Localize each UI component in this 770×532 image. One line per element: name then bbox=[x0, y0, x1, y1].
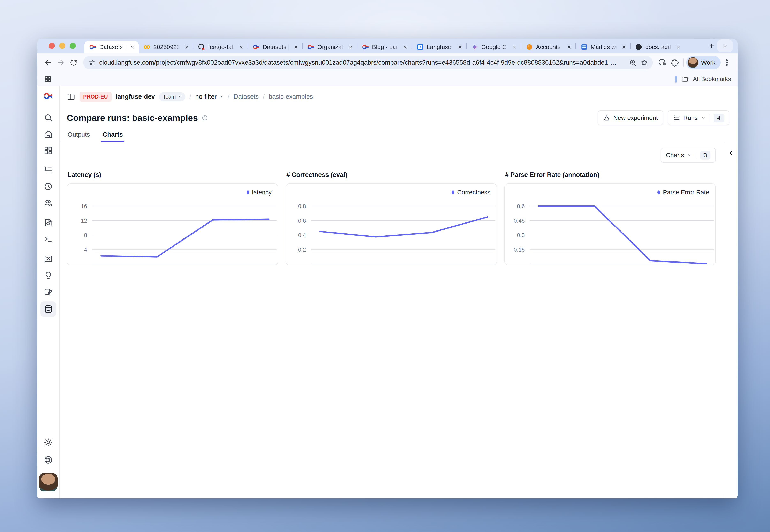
flask-icon bbox=[603, 114, 611, 122]
tab-close-icon[interactable] bbox=[402, 44, 409, 50]
browser-tab[interactable]: feat(io-tab bbox=[193, 41, 248, 53]
org-plan-label: Team bbox=[163, 94, 176, 100]
sidebar-toggle-icon[interactable] bbox=[67, 92, 75, 101]
all-bookmarks-label[interactable]: All Bookmarks bbox=[693, 76, 731, 83]
tab-title: 20250923 bbox=[153, 44, 180, 50]
tab-close-icon[interactable] bbox=[238, 44, 245, 50]
chevron-down-icon bbox=[177, 94, 183, 99]
browser-tab[interactable]: Datasets | L bbox=[248, 41, 302, 53]
user-avatar[interactable] bbox=[39, 473, 57, 491]
colab-favicon-icon bbox=[143, 43, 150, 51]
bookmark-star-icon[interactable] bbox=[640, 58, 648, 67]
sidebar-item-tracing[interactable] bbox=[44, 165, 53, 175]
tab-close-icon[interactable] bbox=[129, 44, 136, 50]
tracing-icon bbox=[44, 165, 53, 175]
main-content: PROD-EU langfuse-dev Team / no-filter / … bbox=[60, 86, 738, 498]
svg-text:0.45: 0.45 bbox=[513, 218, 525, 224]
breadcrumb-separator: / bbox=[263, 93, 265, 101]
langfuse-app: PROD-EU langfuse-dev Team / no-filter / … bbox=[37, 86, 738, 498]
tab-charts[interactable]: Charts bbox=[102, 131, 124, 142]
svg-text:0.15: 0.15 bbox=[513, 247, 525, 253]
browser-tab[interactable]: Accounts | bbox=[521, 41, 575, 53]
charts-filter-button[interactable]: Charts 3 bbox=[661, 148, 716, 163]
site-settings-icon[interactable] bbox=[88, 58, 96, 67]
sidebar-item-home[interactable] bbox=[44, 129, 53, 139]
playground-icon bbox=[44, 234, 53, 244]
tab-close-icon[interactable] bbox=[292, 44, 299, 50]
tab-close-icon[interactable] bbox=[620, 44, 627, 50]
collapse-panel-icon[interactable] bbox=[728, 149, 734, 156]
sidebar-item-settings[interactable] bbox=[44, 438, 53, 447]
tab-search-button[interactable] bbox=[717, 39, 733, 52]
tab-close-icon[interactable] bbox=[347, 44, 354, 50]
address-bar[interactable]: cloud.langfuse.com/project/cmfwgv8fx002o… bbox=[83, 56, 653, 69]
reload-button[interactable] bbox=[67, 56, 80, 69]
sidebar-item-annotation[interactable] bbox=[44, 287, 53, 296]
sidebar-nav bbox=[40, 113, 56, 325]
sidebar-item-evaluation[interactable] bbox=[44, 254, 53, 264]
project-selector[interactable]: no-filter bbox=[196, 93, 224, 100]
back-button[interactable] bbox=[42, 56, 54, 69]
browser-toolbar: cloud.langfuse.com/project/cmfwgv8fx002o… bbox=[37, 53, 738, 72]
url-text[interactable]: cloud.langfuse.com/project/cmfwgv8fx002o… bbox=[99, 59, 625, 66]
home-icon bbox=[44, 129, 53, 139]
browser-tab[interactable]: 20250923 bbox=[139, 41, 193, 53]
folder-icon bbox=[681, 75, 689, 83]
sidebar-item-datasets[interactable] bbox=[40, 301, 56, 317]
tab-close-icon[interactable] bbox=[511, 44, 518, 50]
tab-list: Datasets | L20250923feat(io-tabDatasets … bbox=[84, 39, 705, 53]
chart-legend: Correctness bbox=[452, 189, 490, 196]
sidebar-item-prompts[interactable] bbox=[44, 218, 53, 227]
svg-text:4: 4 bbox=[84, 247, 87, 253]
chart-title: # Correctness (eval) bbox=[286, 171, 497, 179]
sidebar-group bbox=[44, 218, 53, 244]
charts-grid: Latency (s)161284latency# Correctness (e… bbox=[67, 171, 716, 265]
browser-tab[interactable]: Langfuse - bbox=[412, 41, 466, 53]
breadcrumb-datasets-link[interactable]: Datasets bbox=[234, 93, 259, 100]
browser-tab[interactable]: Google Ge bbox=[466, 41, 521, 53]
new-experiment-button[interactable]: New experiment bbox=[598, 110, 663, 125]
org-plan-chip[interactable]: Team bbox=[159, 92, 185, 101]
forward-button[interactable] bbox=[54, 56, 67, 69]
browser-tab[interactable]: Marlies we bbox=[576, 41, 630, 53]
sidebar-item-sessions[interactable] bbox=[44, 182, 53, 191]
password-manager-icon[interactable] bbox=[658, 58, 667, 67]
breadcrumb-dataset-name[interactable]: basic-examples bbox=[269, 93, 313, 100]
minimize-window-button[interactable] bbox=[59, 43, 65, 49]
info-icon[interactable] bbox=[202, 115, 208, 121]
org-name[interactable]: langfuse-dev bbox=[116, 93, 155, 100]
tab-close-icon[interactable] bbox=[565, 44, 572, 50]
new-tab-button[interactable] bbox=[706, 40, 717, 51]
browser-tab[interactable]: Organizati bbox=[303, 41, 357, 53]
lifebuoy-icon bbox=[44, 455, 53, 465]
langfuse-logo-icon[interactable] bbox=[43, 91, 53, 101]
chart-block: # Correctness (eval)0.80.60.40.2Correctn… bbox=[286, 171, 497, 265]
charts-area: Charts 3 Latency (s)161284latency# Corre… bbox=[60, 142, 724, 498]
zoom-icon[interactable] bbox=[629, 58, 637, 67]
profile-label: Work bbox=[701, 59, 715, 66]
sidebar-item-lightbulb[interactable] bbox=[44, 271, 53, 280]
tab-outputs[interactable]: Outputs bbox=[67, 131, 91, 142]
browser-tab[interactable]: docs: add bbox=[631, 41, 685, 53]
apps-grid-icon[interactable] bbox=[44, 75, 52, 83]
profile-chip[interactable]: Work bbox=[686, 56, 721, 69]
sidebar-item-dashboard[interactable] bbox=[44, 146, 53, 155]
runs-selector-button[interactable]: Runs 4 bbox=[668, 110, 729, 125]
sidebar-item-playground[interactable] bbox=[44, 234, 53, 244]
line-chart-plot: 0.80.60.40.2 bbox=[286, 184, 496, 265]
browser-menu-icon[interactable] bbox=[722, 58, 731, 67]
fullscreen-window-button[interactable] bbox=[70, 43, 76, 49]
browser-tab[interactable]: Datasets | L bbox=[84, 41, 139, 53]
github-x-favicon-icon bbox=[198, 43, 205, 51]
sidebar-item-support[interactable] bbox=[44, 455, 53, 465]
prompts-icon bbox=[44, 218, 53, 227]
tab-close-icon[interactable] bbox=[456, 44, 463, 50]
browser-tab[interactable]: Blog - Lang bbox=[357, 41, 411, 53]
tab-close-icon[interactable] bbox=[183, 44, 190, 50]
tab-title: Datasets | L bbox=[99, 44, 126, 50]
tab-close-icon[interactable] bbox=[675, 44, 682, 50]
close-window-button[interactable] bbox=[49, 43, 55, 49]
sidebar-item-users[interactable] bbox=[44, 198, 53, 208]
extensions-icon[interactable] bbox=[670, 58, 679, 67]
sidebar-item-search[interactable] bbox=[44, 113, 53, 122]
